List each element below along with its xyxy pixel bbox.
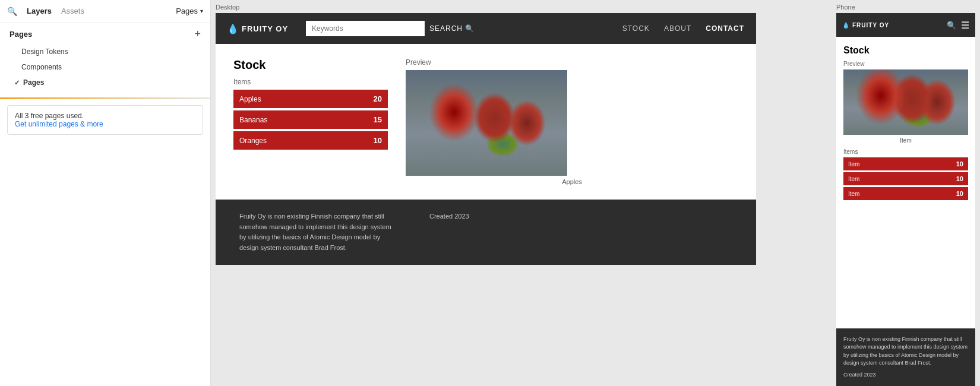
phone-frame: 💧 FRUITY OY 🔍 ☰ Stock Preview Item Items… (836, 13, 975, 386)
stock-left: Stock Items Apples 20 Bananas 15 Oranges… (233, 58, 388, 152)
tab-assets[interactable]: Assets (61, 7, 84, 15)
phone-items-label: Items (843, 148, 968, 155)
stock-item-oranges[interactable]: Oranges 10 (233, 131, 388, 150)
page-item-components[interactable]: Components (10, 59, 201, 75)
brand-name: FRUITY OY (242, 24, 288, 33)
phone-label: Phone (832, 0, 980, 13)
phone-item-name-1: Item (848, 161, 956, 167)
pages-dropdown-label: Pages (176, 7, 198, 15)
phone-item-count-1: 10 (956, 160, 963, 167)
active-checkmark: ✓ (14, 79, 20, 87)
nav-about[interactable]: ABOUT (664, 24, 691, 33)
pages-section: Pages + Design Tokens Components ✓ Pages (0, 23, 210, 94)
water-drop-icon: 💧 (227, 23, 238, 34)
stock-section: Stock Items Apples 20 Bananas 15 Oranges… (216, 44, 756, 200)
pages-title: Pages (10, 30, 32, 39)
phone-menu-icon[interactable]: ☰ (961, 20, 969, 31)
page-item-design-tokens[interactable]: Design Tokens (10, 44, 201, 59)
desktop-frame: 💧 FRUITY OY SEARCH 🔍 STOCK ABOUT CONTACT… (216, 13, 756, 265)
stock-title: Stock (233, 58, 388, 72)
nav-stock[interactable]: STOCK (622, 24, 650, 33)
item-name-apples: Apples (239, 95, 374, 103)
pages-dropdown[interactable]: Pages ▾ (176, 7, 203, 15)
item-count-oranges: 10 (374, 136, 382, 145)
stock-item-apples[interactable]: Apples 20 (233, 90, 388, 108)
left-panel: 🔍 Layers Assets Pages ▾ Pages + Design T… (0, 0, 211, 386)
preview-label: Preview (406, 58, 738, 67)
phone-footer-description: Fruity Oy is non existing Finnish compan… (843, 336, 968, 368)
footer-description: Fruity Oy is non existing Finnish compan… (239, 211, 394, 253)
phone-brand: 💧 FRUITY OY (842, 22, 942, 29)
desktop-label: Desktop (211, 0, 832, 13)
items-label: Items (233, 78, 388, 86)
item-name-bananas: Bananas (239, 116, 374, 124)
phone-item-3[interactable]: Item 10 (843, 187, 968, 200)
free-pages-notice: All 3 free pages used. Get unlimited pag… (7, 105, 203, 135)
pages-header: Pages + (10, 29, 201, 39)
canvas-area: Desktop 💧 FRUITY OY SEARCH 🔍 STOCK ABOUT… (211, 0, 832, 386)
chevron-down-icon: ▾ (200, 8, 203, 14)
search-button[interactable]: SEARCH 🔍 (429, 24, 475, 33)
page-item-pages[interactable]: ✓ Pages (10, 75, 201, 90)
apple-caption: Apples (406, 178, 738, 185)
phone-apple-image (843, 69, 968, 135)
brand-logo: 💧 FRUITY OY (227, 23, 299, 34)
footer-created: Created 2023 (429, 211, 469, 253)
apple-image-visual (406, 70, 567, 176)
phone-preview-label: Preview (843, 61, 968, 67)
item-count-apples: 20 (374, 94, 382, 103)
stock-right: Preview Apples (406, 58, 738, 185)
orange-divider (0, 97, 210, 99)
desktop-navbar: 💧 FRUITY OY SEARCH 🔍 STOCK ABOUT CONTACT (216, 13, 756, 44)
phone-image-caption: Item (843, 137, 968, 144)
phone-stock-title: Stock (843, 45, 968, 56)
search-btn-icon: 🔍 (465, 24, 475, 33)
tab-layers[interactable]: Layers (27, 7, 52, 15)
add-page-button[interactable]: + (194, 29, 201, 39)
search-bar: SEARCH 🔍 (306, 21, 496, 36)
phone-footer-created: Created 2023 (843, 371, 968, 379)
phone-stock-section: Stock Preview Item Items Item 10 Item 10… (836, 37, 975, 210)
phone-item-count-3: 10 (956, 190, 963, 197)
search-icon[interactable]: 🔍 (7, 7, 17, 16)
phone-item-name-2: Item (848, 176, 956, 182)
phone-item-name-3: Item (848, 191, 956, 197)
phone-water-drop-icon: 💧 (842, 22, 850, 29)
free-pages-text: All 3 free pages used. (15, 112, 195, 120)
phone-item-2[interactable]: Item 10 (843, 172, 968, 185)
phone-area: Phone 💧 FRUITY OY 🔍 ☰ Stock Preview Item… (832, 0, 980, 386)
phone-search-icon[interactable]: 🔍 (947, 21, 956, 30)
item-name-oranges: Oranges (239, 137, 374, 145)
phone-item-count-2: 10 (956, 175, 963, 182)
item-count-bananas: 15 (374, 115, 382, 124)
search-input[interactable] (306, 21, 425, 36)
panel-top-bar: 🔍 Layers Assets Pages ▾ (0, 0, 210, 23)
phone-item-1[interactable]: Item 10 (843, 157, 968, 170)
stock-item-bananas[interactable]: Bananas 15 (233, 110, 388, 129)
desktop-footer: Fruity Oy is non existing Finnish compan… (216, 200, 756, 265)
nav-contact[interactable]: CONTACT (706, 24, 744, 33)
phone-brand-name: FRUITY OY (852, 22, 889, 29)
apple-image (406, 70, 567, 176)
nav-links: STOCK ABOUT CONTACT (622, 24, 744, 33)
phone-navbar: 💧 FRUITY OY 🔍 ☰ (836, 13, 975, 37)
upgrade-link[interactable]: Get unlimited pages & more (15, 120, 103, 128)
phone-footer: Fruity Oy is non existing Finnish compan… (836, 328, 975, 387)
